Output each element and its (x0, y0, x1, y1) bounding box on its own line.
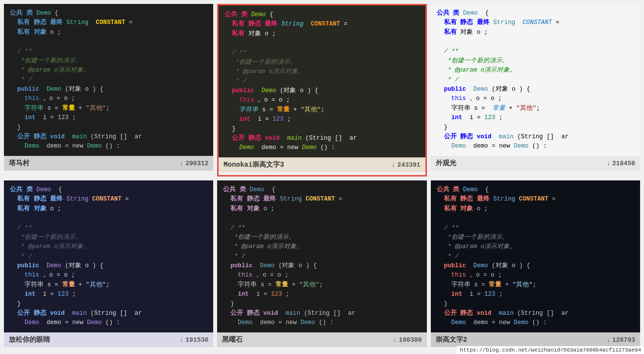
code-preview-waiguan: 公共 类 Demo { 私有 静态 最终 String CONSTANT = 私… (431, 4, 640, 156)
download-icon-waiguan (606, 160, 610, 167)
download-icon-monokai (392, 161, 396, 169)
card-monokai[interactable]: 公共 类 Demo { 私有 静态 最终 String CONSTANT = 私… (217, 4, 426, 177)
theme-name-chonggao2: 崇高文字2 (436, 335, 467, 344)
theme-name-monokai: Monokai崇高文字3 (223, 160, 284, 169)
download-count-fangsong: 191530 (180, 336, 209, 344)
card-tamacun[interactable]: 公共 类 Demo { 私有 静态 最终 String CONSTANT = 私… (4, 4, 213, 177)
code-preview-fangsong: 公共 类 Demo { 私有 静态 最终 String CONSTANT = 私… (4, 180, 213, 332)
card-footer-chonggao2: 崇高文字2 128793 (431, 332, 640, 347)
download-count-tamacun: 290312 (180, 160, 209, 167)
code-preview-heiyao: 公共 类 Demo { 私有 静态 最终 String CONSTANT = 私… (217, 180, 426, 332)
card-waiguan[interactable]: 公共 类 Demo { 私有 静态 最终 String CONSTANT = 私… (431, 4, 640, 177)
card-heiyao[interactable]: 公共 类 Demo { 私有 静态 最终 String CONSTANT = 私… (217, 180, 426, 350)
card-footer-monokai: Monokai崇高文字3 243391 (219, 157, 425, 172)
download-count-chonggao2: 128793 (606, 336, 635, 344)
card-fangsong[interactable]: 公共 类 Demo { 私有 静态 最终 String CONSTANT = 私… (4, 180, 213, 350)
download-count-waiguan: 218450 (606, 160, 635, 167)
theme-name-tamacun: 塔马村 (9, 159, 29, 168)
card-footer-tamacun: 塔马村 290312 (4, 156, 213, 171)
download-count-heiyao: 180380 (393, 336, 422, 344)
code-preview-monokai: 公共 类 Demo { 私有 静态 最终 String CONSTANT = 私… (219, 5, 425, 157)
url-text: https://blog.csdn.net/weizhanid=563a1a76… (460, 347, 641, 353)
card-footer-heiyao: 黑曜石 180380 (217, 332, 426, 347)
download-icon-heiyao (393, 336, 397, 344)
download-icon-chonggao2 (606, 336, 610, 344)
download-count-monokai: 243391 (392, 161, 421, 169)
theme-grid: 公共 类 Demo { 私有 静态 最终 String CONSTANT = 私… (0, 0, 644, 354)
download-icon-tamacun (180, 160, 184, 167)
code-preview-chonggao2: 公共 类 Demo { 私有 静态 最终 String CONSTANT = 私… (431, 180, 640, 332)
theme-name-fangsong: 放松你的眼睛 (9, 335, 50, 344)
card-chonggao2[interactable]: 公共 类 Demo { 私有 静态 最终 String CONSTANT = 私… (431, 180, 640, 350)
card-footer-waiguan: 外观光 218450 (431, 156, 640, 171)
code-preview-tamacun: 公共 类 Demo { 私有 静态 最终 String CONSTANT = 私… (4, 4, 213, 156)
download-icon-fangsong (180, 336, 184, 344)
card-footer-fangsong: 放松你的眼睛 191530 (4, 332, 213, 347)
url-bar: https://blog.csdn.net/weizhanid=563a1a76… (457, 346, 644, 354)
theme-name-heiyao: 黑曜石 (222, 335, 243, 344)
theme-name-waiguan: 外观光 (436, 159, 456, 168)
